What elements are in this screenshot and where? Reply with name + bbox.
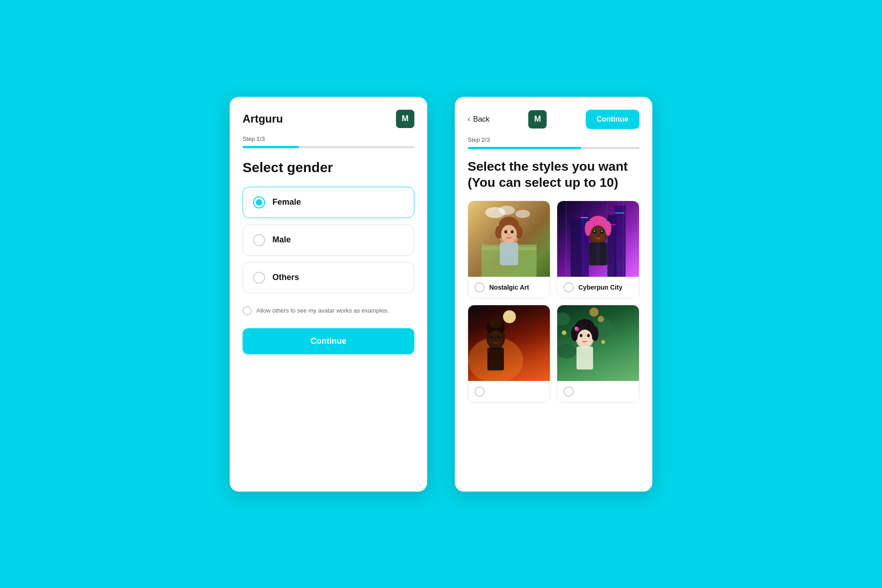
option-others[interactable]: Others	[243, 262, 414, 293]
style-bottom-dark	[468, 381, 550, 402]
style-image-nostalgic	[468, 201, 550, 277]
progress-bar-right	[468, 147, 639, 149]
nostalgic-svg	[481, 201, 537, 277]
allow-checkbox-label: Allow others to see my avatar works as e…	[256, 307, 389, 314]
svg-point-38	[489, 319, 502, 328]
progress-bar-left	[243, 146, 414, 148]
style-image-dark	[468, 305, 550, 381]
left-header: Artguru M	[230, 97, 427, 135]
radio-female-dot	[256, 199, 262, 206]
style-bottom-nature	[557, 381, 639, 402]
svg-point-11	[504, 230, 507, 233]
svg-rect-14	[500, 242, 518, 265]
option-female[interactable]: Female	[243, 187, 414, 218]
svg-point-46	[557, 313, 570, 325]
option-female-label: Female	[272, 197, 301, 207]
svg-rect-63	[577, 347, 593, 370]
style-bottom-cyberpunk: Cyberpun City	[557, 277, 639, 298]
svg-point-52	[601, 340, 605, 344]
svg-point-51	[562, 330, 566, 335]
svg-point-35	[503, 310, 516, 323]
svg-point-40	[491, 335, 494, 338]
allow-checkbox[interactable]	[243, 306, 252, 315]
style-image-cyberpunk	[557, 201, 639, 277]
radio-male	[253, 234, 265, 246]
right-header: ‹ Back M Continue	[455, 97, 652, 136]
svg-point-56	[591, 326, 599, 341]
gender-options: Female Male Others	[230, 187, 427, 293]
style-card-dark[interactable]	[468, 305, 550, 403]
svg-point-59	[587, 334, 590, 337]
svg-point-62	[575, 327, 577, 330]
radio-cyberpunk[interactable]	[564, 282, 574, 292]
svg-point-50	[598, 316, 604, 322]
radio-nature[interactable]	[564, 386, 574, 397]
continue-button-left[interactable]: Continue	[243, 328, 414, 354]
styles-grid: Nostalgic Art	[455, 201, 652, 403]
svg-point-42	[492, 336, 493, 336]
neon-lines	[557, 201, 639, 277]
style-image-nature	[557, 305, 639, 381]
right-panel: ‹ Back M Continue Step 2/3 Select the st…	[455, 97, 652, 492]
progress-fill-left	[243, 146, 299, 148]
svg-point-44	[495, 339, 497, 340]
style-name-nostalgic: Nostalgic Art	[489, 284, 529, 291]
svg-point-2	[498, 206, 515, 215]
user-avatar-right[interactable]: M	[528, 110, 547, 129]
style-card-nature[interactable]	[557, 305, 639, 403]
style-card-nostalgic[interactable]: Nostalgic Art	[468, 201, 550, 298]
style-name-cyberpunk: Cyberpun City	[578, 284, 622, 291]
svg-point-10	[501, 225, 517, 243]
step-indicator-right: Step 2/3	[455, 136, 652, 147]
svg-point-60	[584, 338, 586, 339]
option-male-label: Male	[272, 235, 291, 245]
svg-point-58	[580, 334, 582, 337]
option-male[interactable]: Male	[243, 224, 414, 256]
svg-point-13	[508, 234, 510, 235]
radio-nostalgic[interactable]	[475, 282, 485, 292]
step-indicator-left: Step 1/3	[230, 135, 427, 146]
continue-button-right[interactable]: Continue	[586, 110, 639, 129]
chevron-left-icon: ‹	[468, 114, 470, 124]
nature-svg	[557, 305, 612, 381]
left-panel: Artguru M Step 1/3 Select gender Female …	[230, 97, 427, 492]
svg-point-49	[589, 308, 599, 317]
radio-others	[253, 272, 265, 284]
svg-point-48	[557, 344, 577, 358]
svg-rect-45	[487, 347, 504, 370]
option-others-label: Others	[272, 273, 299, 282]
radio-dark[interactable]	[475, 386, 485, 397]
allow-checkbox-row[interactable]: Allow others to see my avatar works as e…	[230, 293, 427, 315]
radio-female	[253, 196, 265, 208]
back-button[interactable]: ‹ Back	[468, 114, 490, 124]
progress-fill-right	[468, 147, 581, 149]
page-title-right: Select the styles you want (You can sele…	[455, 158, 652, 201]
svg-point-41	[498, 335, 501, 338]
page-title-left: Select gender	[230, 159, 427, 187]
svg-point-43	[499, 336, 500, 336]
svg-point-3	[515, 210, 530, 218]
user-avatar-left[interactable]: M	[396, 110, 414, 128]
style-bottom-nostalgic: Nostalgic Art	[468, 277, 550, 298]
svg-point-12	[511, 230, 514, 233]
app-logo-left: Artguru	[243, 112, 283, 125]
dark-svg	[468, 305, 523, 381]
style-card-cyberpunk[interactable]: Cyberpun City	[557, 201, 639, 298]
back-label: Back	[473, 115, 490, 123]
